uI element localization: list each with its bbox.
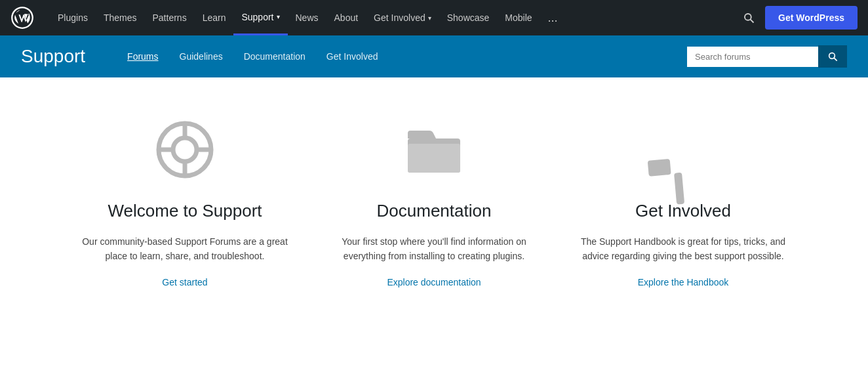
feature-welcome: Welcome to Support Our community-based S… xyxy=(60,117,309,287)
svg-rect-12 xyxy=(408,144,460,173)
search-icon xyxy=(743,12,755,24)
support-nav-guidelines[interactable]: Guidelines xyxy=(169,35,233,77)
search-forums-form xyxy=(687,45,847,68)
support-nav-get-involved[interactable]: Get Involved xyxy=(316,35,389,77)
search-forums-input[interactable] xyxy=(687,47,818,67)
documentation-title: Documentation xyxy=(377,201,492,221)
explore-documentation-link[interactable]: Explore documentation xyxy=(387,277,481,287)
nav-link-plugins[interactable]: Plugins xyxy=(50,0,96,35)
wp-logo-link[interactable] xyxy=(10,6,42,30)
svg-rect-13 xyxy=(674,173,684,205)
support-chevron-icon: ▾ xyxy=(277,13,280,20)
wp-logo-icon xyxy=(10,6,34,30)
search-forums-button[interactable] xyxy=(818,45,847,68)
nav-link-get-involved[interactable]: Get Involved ▾ xyxy=(366,0,439,35)
nav-link-news[interactable]: News xyxy=(288,0,326,35)
support-nav: Forums Guidelines Documentation Get Invo… xyxy=(117,35,687,77)
search-submit-icon xyxy=(827,51,838,62)
lifesaver-icon xyxy=(152,117,218,182)
feature-get-involved: Get Involved The Support Handbook is gre… xyxy=(559,117,808,287)
get-involved-desc: The Support Handbook is great for tips, … xyxy=(580,234,787,264)
get-involved-chevron-icon: ▾ xyxy=(428,14,431,22)
svg-rect-14 xyxy=(648,159,671,177)
welcome-title: Welcome to Support xyxy=(108,201,262,221)
nav-more-dots[interactable]: ... xyxy=(540,11,566,25)
support-nav-forums[interactable]: Forums xyxy=(117,35,168,77)
svg-line-4 xyxy=(834,58,837,60)
documentation-desc: Your first stop where you'll find inform… xyxy=(330,234,538,264)
svg-point-1 xyxy=(745,14,751,20)
welcome-desc: Our community-based Support Forums are a… xyxy=(81,234,288,264)
nav-right-actions: Get WordPress xyxy=(738,6,858,30)
get-started-link[interactable]: Get started xyxy=(162,277,207,287)
nav-link-patterns[interactable]: Patterns xyxy=(145,0,195,35)
nav-link-showcase[interactable]: Showcase xyxy=(439,0,498,35)
get-wordpress-button[interactable]: Get WordPress xyxy=(765,6,858,30)
svg-point-6 xyxy=(173,138,197,161)
main-content: Welcome to Support Our community-based S… xyxy=(0,77,868,327)
explore-handbook-link[interactable]: Explore the Handbook xyxy=(638,277,729,287)
nav-link-about[interactable]: About xyxy=(326,0,366,35)
nav-link-mobile[interactable]: Mobile xyxy=(497,0,540,35)
search-toggle-button[interactable] xyxy=(738,7,760,29)
support-page-title: Support xyxy=(21,46,85,67)
nav-link-support[interactable]: Support ▾ xyxy=(233,0,287,35)
support-header-bar: Support Forums Guidelines Documentation … xyxy=(0,35,868,77)
nav-link-themes[interactable]: Themes xyxy=(96,0,145,35)
hammer-icon xyxy=(650,117,716,182)
folder-open-icon xyxy=(401,117,467,182)
svg-line-2 xyxy=(751,20,754,23)
svg-point-3 xyxy=(829,53,835,59)
top-navigation: Plugins Themes Patterns Learn Support ▾ … xyxy=(0,0,868,35)
feature-documentation: Documentation Your first stop where you'… xyxy=(309,117,559,287)
nav-links-container: Plugins Themes Patterns Learn Support ▾ … xyxy=(50,0,738,35)
nav-link-learn[interactable]: Learn xyxy=(195,0,234,35)
support-nav-documentation[interactable]: Documentation xyxy=(233,35,316,77)
